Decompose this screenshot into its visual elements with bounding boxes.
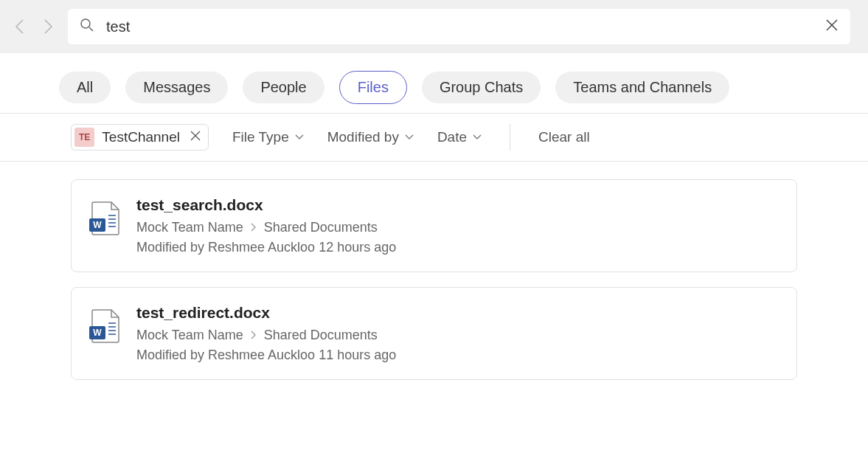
modifiedby-filter[interactable]: Modified by [327, 129, 414, 145]
clear-all-button[interactable]: Clear all [538, 129, 590, 145]
clear-search-icon[interactable] [825, 18, 839, 35]
filter-tabs: All Messages People Files Group Chats Te… [0, 53, 868, 113]
chevron-down-icon [405, 132, 414, 142]
tab-group-chats[interactable]: Group Chats [422, 72, 541, 103]
result-location: Shared Documents [264, 328, 378, 343]
nav-arrows [6, 19, 62, 34]
result-title: test_redirect.docx [136, 304, 779, 322]
result-body: test_search.docx Mock Team Name Shared D… [136, 196, 779, 255]
result-team: Mock Team Name [136, 328, 243, 343]
tab-people[interactable]: People [243, 72, 324, 103]
result-item[interactable]: W test_search.docx Mock Team Name Shared… [71, 179, 797, 272]
channel-filter-chip[interactable]: TE TestChannel [71, 124, 209, 151]
svg-text:W: W [93, 328, 102, 338]
result-path: Mock Team Name Shared Documents [136, 220, 779, 235]
result-item[interactable]: W test_redirect.docx Mock Team Name Shar… [71, 287, 797, 380]
search-box[interactable] [68, 9, 850, 44]
channel-badge: TE [74, 128, 94, 147]
word-file-icon: W [89, 201, 120, 236]
result-path: Mock Team Name Shared Documents [136, 328, 779, 343]
svg-line-1 [89, 27, 93, 31]
svg-point-0 [81, 19, 90, 28]
chevron-down-icon [473, 132, 482, 142]
result-meta: Modified by Reshmee Auckloo 11 hours ago [136, 348, 779, 363]
search-input[interactable] [106, 18, 825, 35]
search-results: W test_search.docx Mock Team Name Shared… [0, 162, 868, 398]
divider [510, 124, 510, 151]
word-file-icon: W [89, 308, 120, 344]
result-body: test_redirect.docx Mock Team Name Shared… [136, 304, 779, 363]
channel-label: TestChannel [102, 129, 180, 145]
close-icon[interactable] [190, 131, 201, 144]
search-icon [80, 18, 94, 36]
chevron-right-icon [251, 222, 257, 234]
filter-row: TE TestChannel File Type Modified by Dat… [0, 113, 868, 162]
top-bar [0, 0, 868, 53]
result-title: test_search.docx [136, 196, 779, 214]
date-filter[interactable]: Date [437, 129, 482, 145]
tab-files[interactable]: Files [339, 71, 407, 104]
tab-all[interactable]: All [59, 72, 111, 103]
chevron-right-icon [251, 330, 257, 342]
tab-teams-channels[interactable]: Teams and Channels [555, 72, 729, 103]
filter-label: Modified by [327, 129, 399, 145]
result-meta: Modified by Reshmee Auckloo 12 hours ago [136, 240, 779, 255]
result-team: Mock Team Name [136, 220, 243, 235]
filter-label: Date [437, 129, 467, 145]
filetype-filter[interactable]: File Type [232, 129, 304, 145]
filter-label: File Type [232, 129, 289, 145]
forward-icon[interactable] [41, 19, 56, 34]
tab-messages[interactable]: Messages [125, 72, 228, 103]
result-location: Shared Documents [264, 220, 378, 235]
chevron-down-icon [295, 132, 304, 142]
svg-text:W: W [93, 220, 102, 230]
back-icon[interactable] [12, 19, 27, 34]
